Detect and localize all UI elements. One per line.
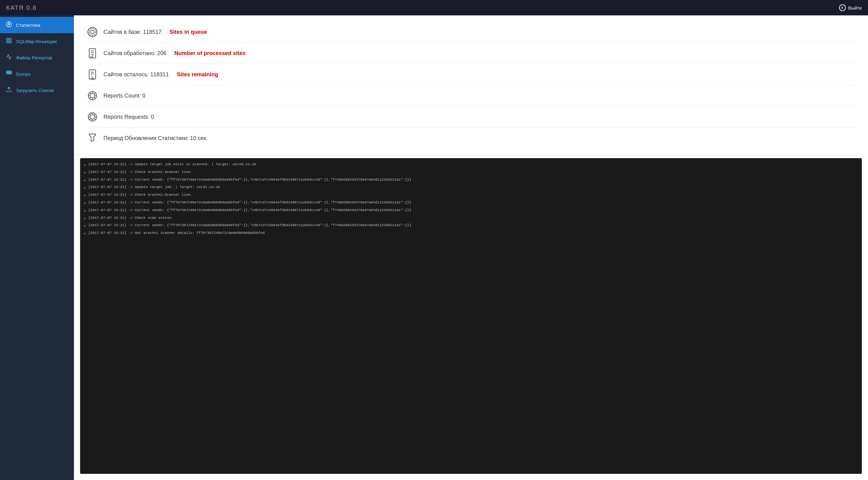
stat-row-reports-count: Reports Count: 0 [86, 85, 856, 106]
stat-row-remaining: Сайтов осталось: 118311 Sites remaining [86, 64, 856, 85]
content-area: Сайтов в базе: 118517 Sites in queue [74, 15, 868, 480]
sidebar-item-sqlmap[interactable]: SQLMap Инъекции [0, 33, 74, 49]
reports-icon [5, 54, 12, 62]
update-period-icon [86, 132, 99, 144]
sites-queue-annotation: Sites in queue [169, 29, 207, 35]
sites-remaining-label: Сайтов осталось: 118311 [103, 71, 169, 78]
logout-icon: ✕ [839, 4, 846, 11]
dumps-icon [5, 70, 12, 78]
log-text: [2017-07-07 15:21] -> Check Arachni-Scan… [88, 192, 192, 198]
queue-icon [86, 26, 99, 38]
svg-rect-11 [8, 73, 9, 74]
svg-line-29 [89, 98, 90, 99]
stat-row-processed: Сайтов обработано: 206 Number of process… [86, 43, 856, 64]
sidebar: Статистика SQLMap Инъекции Файлы Репорто… [0, 15, 74, 480]
stat-row-reports-requests: Reports Requests: 0 [86, 106, 856, 128]
stat-row-queue: Сайтов в базе: 118517 Sites in queue [86, 22, 856, 43]
sidebar-label-sqlmap: SQLMap Инъекции [16, 39, 57, 44]
svg-rect-7 [7, 71, 8, 72]
svg-point-21 [90, 94, 95, 98]
log-bullet: ▸ [84, 207, 86, 215]
log-text: [2017-07-07 15:21] -> Current seeds: {"f… [88, 222, 411, 228]
log-line: ▸[2017-07-07 15:21] -> Check scan status… [84, 215, 858, 222]
sidebar-label-statistics: Статистика [16, 23, 40, 28]
sidebar-item-statistics[interactable]: Статистика [0, 17, 74, 33]
reports-requests-text: Reports Requests: 0 [103, 114, 154, 120]
log-text: [2017-07-07 15:21] -> Check scan status. [88, 215, 173, 221]
svg-rect-5 [7, 41, 9, 43]
log-bullet: ▸ [84, 192, 86, 199]
log-text: [2017-07-07 15:21] -> Update target job.… [88, 184, 220, 190]
reports-requests-icon [86, 111, 99, 123]
svg-rect-3 [7, 38, 9, 40]
sidebar-label-dumps: Dumps [16, 71, 31, 77]
topbar: КАТЯ 0.8 ✕ Выйти [0, 0, 868, 15]
svg-rect-6 [9, 41, 11, 43]
log-line: ▸[2017-07-07 15:21] -> Current seeds: {"… [84, 177, 858, 184]
logout-label: Выйти [848, 5, 862, 10]
log-bullet: ▸ [84, 222, 86, 230]
log-text: [2017-07-07 15:21] -> Check Arachni-Scan… [88, 169, 192, 175]
log-text: [2017-07-07 15:21] -> Current seeds: {"f… [88, 177, 411, 183]
upload-icon [5, 87, 12, 94]
svg-rect-10 [7, 73, 8, 74]
svg-rect-9 [10, 71, 11, 72]
log-bullet: ▸ [84, 177, 86, 184]
svg-line-27 [94, 98, 95, 99]
svg-line-26 [89, 93, 90, 94]
log-text: [2017-07-07 15:21] -> Update target job … [88, 161, 256, 167]
sites-processed-annotation: Number of processed sites [174, 50, 246, 57]
log-panel[interactable]: ▸[2017-07-07 15:21] -> Update target job… [80, 158, 862, 474]
reports-count-icon [86, 90, 99, 102]
svg-line-39 [89, 119, 90, 120]
statistics-icon [5, 21, 12, 29]
sidebar-label-reports: Файлы Репортов [16, 55, 52, 60]
main-layout: Статистика SQLMap Инъекции Файлы Репорто… [0, 15, 868, 480]
sqlmap-icon [5, 38, 12, 45]
svg-line-38 [94, 114, 95, 115]
svg-line-28 [94, 93, 95, 94]
log-line: ▸[2017-07-07 15:21] -> Check Arachni-Sca… [84, 192, 858, 199]
sidebar-item-dumps[interactable]: Dumps [0, 66, 74, 82]
sites-processed-label: Сайтов обработано: 206 [103, 50, 166, 57]
sites-remaining-annotation: Sites remaining [177, 71, 218, 78]
svg-point-31 [90, 115, 95, 119]
svg-line-37 [94, 119, 95, 120]
update-period-text: Период Обновления Статистики: 10 сек. [103, 135, 208, 141]
log-text: [2017-07-07 15:21] -> Current seeds: {"f… [88, 207, 411, 213]
stat-row-update-period: Период Обновления Статистики: 10 сек. [86, 128, 856, 149]
log-line: ▸[2017-07-07 15:21] -> Update target job… [84, 184, 858, 192]
sites-queue-label: Сайтов в базе: 118517 [103, 29, 161, 35]
svg-rect-4 [9, 38, 11, 40]
svg-point-16 [89, 29, 96, 36]
log-line: ▸[2017-07-07 15:21] -> Current seeds: {"… [84, 207, 858, 215]
svg-point-15 [91, 30, 94, 34]
log-text: [2017-07-07 15:21] -> Current seeds: {"f… [88, 199, 411, 206]
log-bullet: ▸ [84, 215, 86, 222]
log-line: ▸[2017-07-07 15:21] -> Get arachni scann… [84, 230, 858, 238]
sidebar-item-upload[interactable]: Загрузить Список [0, 82, 74, 99]
log-line: ▸[2017-07-07 15:21] -> Current seeds: {"… [84, 199, 858, 207]
processed-icon [86, 47, 99, 59]
log-bullet: ▸ [84, 230, 86, 238]
log-text: [2017-07-07 15:21] -> Get arachni scanne… [88, 230, 265, 236]
log-bullet: ▸ [84, 169, 86, 177]
svg-line-36 [89, 114, 90, 115]
svg-point-1 [8, 24, 10, 25]
sidebar-item-reports[interactable]: Файлы Репортов [0, 49, 74, 66]
sidebar-label-upload: Загрузить Список [16, 88, 54, 93]
app-title: КАТЯ 0.8 [6, 4, 37, 11]
reports-count-text: Reports Count: 0 [103, 93, 145, 99]
log-bullet: ▸ [84, 184, 86, 192]
svg-rect-8 [8, 71, 9, 72]
svg-rect-12 [10, 73, 11, 74]
log-line: ▸[2017-07-07 15:21] -> Check Arachni-Sca… [84, 169, 858, 177]
log-bullet: ▸ [84, 200, 86, 207]
stats-panel: Сайтов в базе: 118517 Sites in queue [74, 15, 868, 155]
log-line: ▸[2017-07-07 15:21] -> Current seeds: {"… [84, 222, 858, 230]
remaining-icon [86, 68, 99, 80]
log-bullet: ▸ [84, 162, 86, 169]
logout-button[interactable]: ✕ Выйти [839, 4, 862, 11]
log-line: ▸[2017-07-07 15:21] -> Update target job… [84, 161, 858, 169]
